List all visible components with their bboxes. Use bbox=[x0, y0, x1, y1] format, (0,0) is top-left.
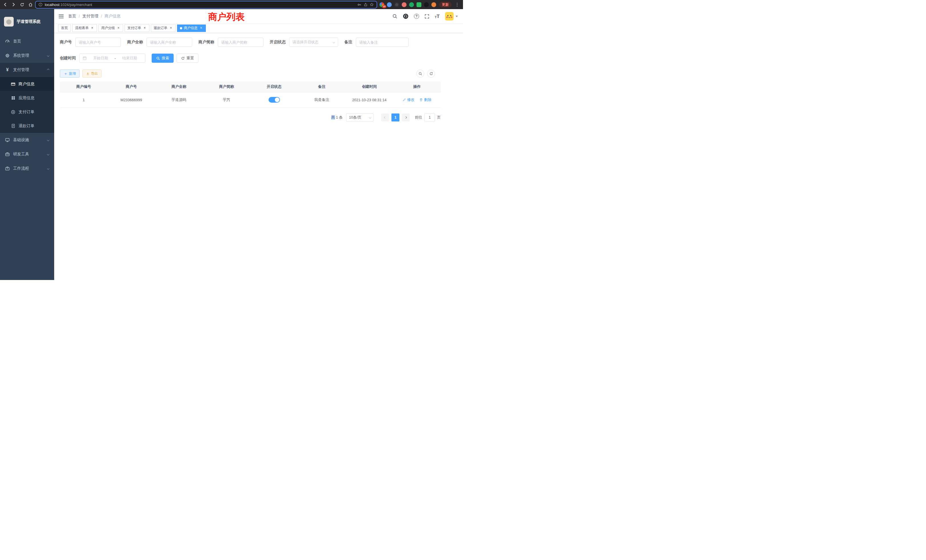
password-key-icon[interactable] bbox=[357, 3, 362, 7]
site-info-icon[interactable] bbox=[38, 3, 42, 6]
status-toggle[interactable] bbox=[269, 97, 280, 103]
refresh-button[interactable] bbox=[427, 70, 435, 77]
help-icon[interactable]: ? bbox=[414, 14, 419, 19]
remark-input[interactable] bbox=[359, 40, 405, 44]
sidebar-item-home[interactable]: 首页 bbox=[0, 34, 54, 48]
collapse-menu-icon[interactable] bbox=[54, 15, 68, 18]
github-icon[interactable] bbox=[403, 14, 409, 19]
browser-home-icon[interactable] bbox=[28, 2, 33, 7]
payment-submenu: 商户信息 应用信息 支付订单 退款订单 bbox=[0, 77, 54, 133]
yen-icon: ¥ bbox=[5, 68, 10, 72]
reset-button-label: 重置 bbox=[186, 56, 194, 61]
sidebar-item-workflow[interactable]: 工作流程 bbox=[0, 161, 54, 176]
share-icon[interactable] bbox=[364, 3, 368, 6]
browser-menu-icon[interactable]: ⋮ bbox=[454, 2, 460, 7]
extension-icon[interactable]: 10 bbox=[380, 2, 384, 7]
prev-page-button[interactable] bbox=[381, 114, 389, 121]
close-icon[interactable] bbox=[169, 26, 173, 30]
full-name-input[interactable] bbox=[150, 40, 189, 44]
search-button[interactable]: 搜索 bbox=[152, 54, 174, 63]
browser-reload-icon[interactable] bbox=[20, 3, 24, 7]
extension-icon[interactable] bbox=[416, 2, 421, 7]
user-menu[interactable] bbox=[445, 12, 458, 21]
tab-label: 支付订单 bbox=[127, 26, 141, 30]
sidebar-logo: 芋道管理系统 bbox=[0, 9, 54, 34]
plus-icon: ＋ bbox=[64, 72, 68, 75]
tab-pay-order[interactable]: 支付订单 bbox=[125, 24, 150, 32]
close-icon[interactable] bbox=[199, 26, 203, 30]
navbar-actions: ? TT bbox=[392, 12, 463, 21]
chevron-down-icon bbox=[47, 54, 49, 57]
page-annotation: 商户列表 bbox=[208, 11, 245, 23]
page-size-select[interactable]: 10条/页 bbox=[346, 114, 374, 121]
sidebar-item-label: 研发工具 bbox=[13, 152, 29, 157]
close-icon[interactable] bbox=[90, 26, 94, 30]
sidebar-item-label: 退款订单 bbox=[18, 123, 35, 129]
short-name-input[interactable] bbox=[221, 40, 260, 44]
column-header: 操作 bbox=[393, 82, 441, 92]
browser-update-button[interactable]: 更新 bbox=[439, 2, 452, 8]
extension-icon[interactable] bbox=[431, 2, 436, 7]
breadcrumb-separator: / bbox=[79, 14, 80, 18]
add-button[interactable]: ＋ 新增 bbox=[60, 70, 80, 77]
close-icon[interactable] bbox=[117, 26, 120, 30]
tab-label: 商户信息 bbox=[184, 26, 198, 30]
column-header: 商户简称 bbox=[203, 82, 250, 92]
merchant-no-input[interactable] bbox=[79, 40, 118, 44]
status-placeholder: 请选择开启状态 bbox=[292, 39, 331, 45]
address-bar[interactable]: localhost:1024/pay/merchant bbox=[36, 2, 377, 8]
extension-icon[interactable] bbox=[402, 2, 407, 7]
tab-merchant-info[interactable]: 商户信息 bbox=[177, 24, 206, 32]
sidebar-item-dev-tools[interactable]: 研发工具 bbox=[0, 147, 54, 161]
extension-icon[interactable] bbox=[387, 2, 392, 7]
sidebar-item-infrastructure[interactable]: 基础设施 bbox=[0, 133, 54, 147]
merchant-no-field bbox=[75, 38, 121, 47]
browser-back-icon[interactable] bbox=[3, 2, 8, 7]
extension-icon[interactable] bbox=[424, 2, 429, 7]
sidebar-item-merchant-info[interactable]: 商户信息 bbox=[0, 77, 54, 91]
url-text: localhost:1024/pay/merchant bbox=[45, 3, 92, 7]
search-button-label: 搜索 bbox=[162, 56, 169, 61]
sidebar-item-system[interactable]: 系统管理 bbox=[0, 48, 54, 63]
extension-icon[interactable] bbox=[409, 2, 414, 7]
fullscreen-icon[interactable] bbox=[425, 14, 429, 19]
edit-link[interactable]: 修改 bbox=[402, 97, 415, 102]
start-date-placeholder: 开始日期 bbox=[88, 56, 113, 61]
reset-button[interactable]: 重置 bbox=[177, 54, 198, 63]
chevron-up-icon bbox=[47, 69, 49, 71]
goto-page-input[interactable] bbox=[424, 114, 435, 121]
tab-refund-order[interactable]: 退款订单 bbox=[151, 24, 176, 32]
toggle-search-button[interactable] bbox=[416, 70, 424, 77]
end-date-placeholder: 结束日期 bbox=[118, 56, 142, 61]
tab-label: 首页 bbox=[61, 26, 68, 30]
extension-icon[interactable] bbox=[394, 2, 399, 7]
tab-user-group[interactable]: 用户分组 bbox=[98, 24, 123, 32]
status-select[interactable]: 请选择开启状态 bbox=[289, 38, 338, 47]
delete-link[interactable]: 删除 bbox=[419, 97, 431, 102]
tab-process-form[interactable]: 流程表单 bbox=[72, 24, 97, 32]
sidebar-item-refund-order[interactable]: 退款订单 bbox=[0, 119, 54, 133]
tab-home[interactable]: 首页 bbox=[58, 24, 71, 32]
page-1-button[interactable]: 1 bbox=[392, 114, 399, 121]
active-dot bbox=[180, 27, 182, 29]
goto-label: 前往 bbox=[415, 115, 422, 120]
create-time-range-picker[interactable]: 开始日期 - 结束日期 bbox=[79, 54, 145, 63]
export-button-label: 导出 bbox=[91, 71, 98, 76]
next-page-button[interactable] bbox=[402, 114, 410, 121]
breadcrumb-current: 商户信息 bbox=[104, 14, 121, 19]
column-header: 商户编号 bbox=[60, 82, 107, 92]
breadcrumb-home[interactable]: 首页 bbox=[68, 14, 76, 19]
browser-forward-icon[interactable] bbox=[11, 2, 16, 7]
bookmark-star-icon[interactable] bbox=[370, 3, 374, 6]
breadcrumb-payment[interactable]: 支付管理 bbox=[82, 14, 98, 19]
breadcrumb: 首页 / 支付管理 / 商户信息 bbox=[68, 14, 121, 19]
cell-merchant-id: 1 bbox=[60, 92, 107, 107]
font-size-icon[interactable]: TT bbox=[435, 14, 440, 19]
close-icon[interactable] bbox=[143, 26, 147, 30]
export-button[interactable]: 导出 bbox=[82, 70, 101, 77]
search-icon[interactable] bbox=[392, 14, 398, 19]
sidebar-item-payment[interactable]: ¥ 支付管理 bbox=[0, 63, 54, 77]
column-header: 创建时间 bbox=[345, 82, 393, 92]
sidebar-item-pay-order[interactable]: 支付订单 bbox=[0, 105, 54, 119]
sidebar-item-app-info[interactable]: 应用信息 bbox=[0, 91, 54, 105]
